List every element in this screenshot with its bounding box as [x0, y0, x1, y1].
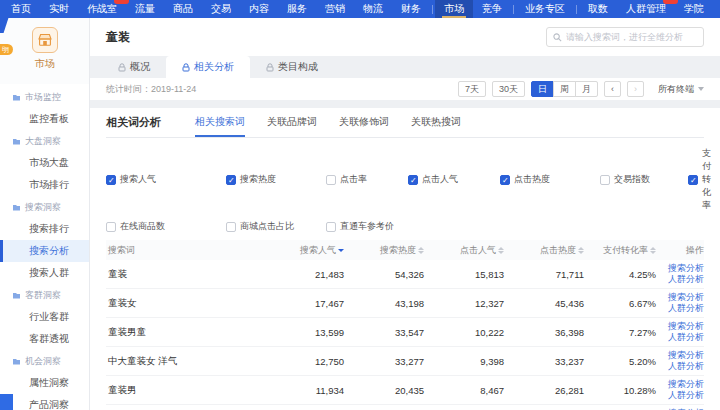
sidebar-item-industry-customers[interactable]: 行业客群: [0, 306, 89, 328]
click-popularity-cell: 10,222: [424, 327, 504, 338]
keyword-cell[interactable]: 童装男童: [106, 326, 264, 339]
keyword-cell[interactable]: 童装男: [106, 384, 264, 397]
crowd-analysis-link[interactable]: 人群分析: [656, 361, 704, 372]
nav-traffic[interactable]: 流量: [126, 0, 164, 18]
sidebar-module-market[interactable]: 市场: [0, 18, 89, 84]
tab-related-analysis[interactable]: 相关分析: [166, 56, 250, 78]
module-label: 市场: [0, 57, 89, 71]
search-input[interactable]: [566, 32, 697, 42]
filter-click-popularity[interactable]: 点击人气: [408, 147, 500, 212]
range-7d-button[interactable]: 7天: [458, 81, 486, 97]
tab-related-hot-words[interactable]: 关联热搜词: [411, 108, 461, 137]
crowd-analysis-link[interactable]: 人群分析: [656, 274, 704, 285]
nav-crowd-management[interactable]: 人群管理: [617, 0, 675, 18]
week-button[interactable]: 周: [553, 81, 576, 97]
keyword-search-box[interactable]: [546, 27, 704, 47]
terminal-dropdown[interactable]: 所有终端: [658, 83, 704, 96]
col-search-popularity[interactable]: 搜索人气: [264, 244, 344, 257]
nav-trade[interactable]: 交易: [202, 0, 240, 18]
col-click-heat[interactable]: 点击热度: [504, 244, 584, 257]
nav-home[interactable]: 首页: [2, 0, 40, 18]
tab-overview[interactable]: 概况: [102, 56, 166, 78]
tab-related-search-words[interactable]: 相关搜索词: [195, 108, 245, 137]
sidebar-item-search-audience[interactable]: 搜索人群: [0, 262, 89, 284]
search-analysis-link[interactable]: 搜索分析: [656, 379, 704, 390]
sidebar-item-product-insight[interactable]: 产品洞察: [0, 394, 89, 410]
table-row: 羽绒服女童装 11,479 22,905 6,477 29,087 2.05% …: [106, 405, 704, 410]
search-analysis-link[interactable]: 搜索分析: [656, 321, 704, 332]
nav-content[interactable]: 内容: [240, 0, 278, 18]
day-button[interactable]: 日: [531, 81, 554, 97]
search-analysis-link[interactable]: 搜索分析: [656, 263, 704, 274]
next-date-button[interactable]: ›: [627, 81, 644, 97]
search-heat-cell: 54,326: [344, 269, 424, 280]
crowd-analysis-link[interactable]: 人群分析: [656, 390, 704, 401]
crowd-analysis-link[interactable]: 人群分析: [656, 303, 704, 314]
nav-market[interactable]: 市场: [435, 0, 473, 18]
nav-war-room-label: 作战室: [87, 3, 117, 14]
sidebar-item-search-analysis[interactable]: 搜索分析: [0, 240, 89, 262]
pay-conversion-cell: 5.20%: [584, 356, 656, 367]
nav-business-zone[interactable]: 业务专区: [516, 0, 574, 18]
filter-search-heat[interactable]: 搜索热度: [226, 147, 326, 212]
range-30d-button[interactable]: 30天: [492, 81, 525, 97]
keyword-cell[interactable]: 童装女: [106, 297, 264, 310]
floating-edge-badge[interactable]: 明: [0, 44, 13, 55]
tab-related-modifier-words[interactable]: 关联修饰词: [339, 108, 389, 137]
filter-click-rate[interactable]: 点击率: [326, 147, 408, 212]
filter-label: 点击热度: [514, 173, 550, 186]
sidebar-item-search-ranking[interactable]: 搜索排行: [0, 218, 89, 240]
search-heat-cell: 43,198: [344, 298, 424, 309]
tab-label: 类目构成: [278, 60, 318, 74]
filter-online-items[interactable]: 在线商品数: [106, 220, 226, 233]
nav-finance[interactable]: 财务: [392, 0, 430, 18]
nav-realtime[interactable]: 实时: [40, 0, 78, 18]
nav-data-fetch[interactable]: 取数: [579, 0, 617, 18]
filter-mall-click-share[interactable]: 商城点击占比: [226, 220, 326, 233]
sidebar-item-market-ranking[interactable]: 市场排行: [0, 174, 89, 196]
filter-ztc-reference-price[interactable]: 直通车参考价: [326, 220, 408, 233]
table-row: 童装男 11,934 20,435 8,467 26,281 10.28% 搜索…: [106, 376, 704, 405]
keyword-cell[interactable]: 中大童装女 洋气: [106, 355, 264, 368]
nav-marketing[interactable]: 营销: [316, 0, 354, 18]
table-row: 童装男童 13,599 33,547 10,222 36,398 7.27% 搜…: [106, 318, 704, 347]
filter-label: 支付转化率: [702, 147, 711, 212]
nav-product[interactable]: 商品: [164, 0, 202, 18]
col-search-heat[interactable]: 搜索热度: [344, 244, 424, 257]
click-popularity-cell: 12,327: [424, 298, 504, 309]
page-header: 童装: [90, 18, 720, 56]
month-button[interactable]: 月: [575, 81, 598, 97]
nav-service[interactable]: 服务: [278, 0, 316, 18]
nav-war-room[interactable]: 作战室: [78, 0, 126, 18]
keyword-cell[interactable]: 童装: [106, 268, 264, 281]
sidebar-item-monitor-dashboard[interactable]: 监控看板: [0, 108, 89, 130]
filter-pay-conversion[interactable]: 支付转化率: [688, 147, 711, 212]
tab-related-brand-words[interactable]: 关联品牌词: [267, 108, 317, 137]
nav-academy[interactable]: 学院: [675, 0, 713, 18]
nav-competition[interactable]: 竞争: [473, 0, 511, 18]
search-analysis-link[interactable]: 搜索分析: [656, 292, 704, 303]
col-click-popularity[interactable]: 点击人气: [424, 244, 504, 257]
chevron-down-icon: [698, 87, 704, 91]
checkbox: [326, 175, 336, 185]
floating-helper-button[interactable]: [0, 394, 13, 410]
nav-logistics[interactable]: 物流: [354, 0, 392, 18]
sidebar-item-attribute-insight[interactable]: 属性洞察: [0, 372, 89, 394]
search-analysis-link[interactable]: 搜索分析: [656, 350, 704, 361]
crowd-analysis-link[interactable]: 人群分析: [656, 332, 704, 343]
terminal-dropdown-label: 所有终端: [658, 83, 694, 96]
main-content: 童装 概况 相关分析 类目构成 统计时间：2019-11-24: [90, 18, 720, 410]
sidebar-group-customer-insight: 客群洞察: [0, 284, 89, 306]
prev-date-button[interactable]: ‹: [604, 81, 621, 97]
sidebar-item-customer-perspective[interactable]: 客群透视: [0, 328, 89, 350]
click-heat-cell: 33,237: [504, 356, 584, 367]
search-heat-cell: 33,547: [344, 327, 424, 338]
filter-click-heat[interactable]: 点击热度: [500, 147, 600, 212]
col-pay-conversion[interactable]: 支付转化率: [584, 244, 656, 257]
sidebar-item-market-overview[interactable]: 市场大盘: [0, 152, 89, 174]
table-header: 搜索词 搜索人气 搜索热度 点击人气 点击热度 支付转化率 操作: [106, 240, 704, 260]
col-label: 支付转化率: [603, 244, 648, 257]
filter-search-popularity[interactable]: 搜索人气: [106, 147, 226, 212]
filter-trade-index[interactable]: 交易指数: [600, 147, 688, 212]
tab-category-composition[interactable]: 类目构成: [250, 56, 334, 78]
